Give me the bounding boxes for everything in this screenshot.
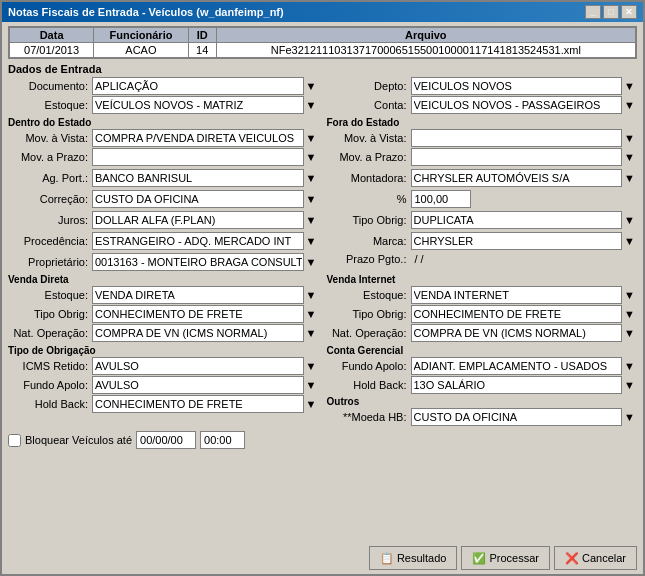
vd-nat-op-select[interactable]: COMPRA DE VN (ICMS NORMAL) xyxy=(92,324,319,342)
vd-estoque-wrapper: VENDA DIRETA ▼ xyxy=(92,286,319,304)
mov-vista-de-select[interactable]: COMPRA P/VENDA DIRETA VEICULOS xyxy=(92,129,319,147)
mov-vista-de-group: Mov. à Vista: COMPRA P/VENDA DIRETA VEIC… xyxy=(8,129,319,147)
cancelar-button[interactable]: ❌ Cancelar xyxy=(554,546,637,570)
mov-prazo-de-select[interactable]: COMPRA VEICULOS NOVOS - TAXIE xyxy=(92,148,319,166)
tipo-obrig-select[interactable]: DUPLICATA xyxy=(411,211,638,229)
vd-tipo-obrig-select[interactable]: CONHECIMENTO DE FRETE xyxy=(92,305,319,323)
col-arquivo: Arquivo xyxy=(216,28,635,43)
header-table: Data Funcionário ID Arquivo 07/01/2013 A… xyxy=(8,26,637,59)
moeda-hb-select[interactable]: CUSTO DA OFICINA xyxy=(411,408,638,426)
juros-label: Juros: xyxy=(8,214,88,226)
fundo-apolo-cg-wrapper: ADIANT. EMPLACAMENTO - USADOS ▼ xyxy=(411,357,638,375)
minimize-button[interactable]: _ xyxy=(585,5,601,19)
resultado-button[interactable]: 📋 Resultado xyxy=(369,546,458,570)
mov-prazo-fe-select[interactable] xyxy=(411,148,638,166)
ag-port-label: Ag. Port.: xyxy=(8,172,88,184)
hold-back-cg-wrapper: 13O SALÁRIO ▼ xyxy=(411,376,638,394)
tipo-obrig-group: Tipo Obrig: DUPLICATA ▼ xyxy=(327,211,638,229)
marca-select[interactable]: CHRYSLER xyxy=(411,232,638,250)
conta-gerencial-col: Conta Gerencial Fundo Apolo: ADIANT. EMP… xyxy=(327,345,638,427)
bloquear-checkbox[interactable] xyxy=(8,434,21,447)
col-id: ID xyxy=(188,28,216,43)
outros-title: Outros xyxy=(327,396,638,407)
mov-vista-de-label: Mov. à Vista: xyxy=(8,132,88,144)
vi-estoque-group: Estoque: VENDA INTERNET ▼ xyxy=(327,286,638,304)
mov-prazo-de-wrapper: COMPRA VEICULOS NOVOS - TAXIE ▼ xyxy=(92,148,319,166)
close-button[interactable]: ✕ xyxy=(621,5,637,19)
hold-back-select[interactable]: CONHECIMENTO DE FRETE xyxy=(92,395,319,413)
hold-back-cg-label: Hold Back: xyxy=(327,379,407,391)
proprietario-select[interactable]: 0013163 - MONTEIRO BRAGA CONSULTORIA EMP… xyxy=(92,253,319,271)
percent-col: % xyxy=(327,190,638,209)
mov-vista-fe-group: Mov. à Vista: ▼ xyxy=(327,129,638,147)
correcao-label: Correção: xyxy=(8,193,88,205)
prazo-col: Prazo Pgto.: / / xyxy=(327,253,638,272)
fundo-apolo-cg-select[interactable]: ADIANT. EMPLACAMENTO - USADOS xyxy=(411,357,638,375)
proprietario-col: Proprietário: 0013163 - MONTEIRO BRAGA C… xyxy=(8,253,319,272)
mov-prazo-fe-label: Mov. a Prazo: xyxy=(327,151,407,163)
col-funcionario: Funcionário xyxy=(94,28,189,43)
marca-col: Marca: CHRYSLER ▼ xyxy=(327,232,638,251)
conta-select[interactable]: VEICULOS NOVOS - PASSAGEIROS xyxy=(411,96,638,114)
mov-vista-fe-select[interactable] xyxy=(411,129,638,147)
ag-port-select[interactable]: BANCO BANRISUL xyxy=(92,169,319,187)
vi-nat-op-wrapper: COMPRA DE VN (ICMS NORMAL) ▼ xyxy=(411,324,638,342)
cell-arquivo: NFe3212111031371700065155001000011714181… xyxy=(216,43,635,58)
bloquear-time-input[interactable] xyxy=(200,431,245,449)
juros-select[interactable]: DOLLAR ALFA (F.PLAN) xyxy=(92,211,319,229)
vi-tipo-obrig-label: Tipo Obrig: xyxy=(327,308,407,320)
venda-direta-col: Venda Direta Estoque: VENDA DIRETA ▼ Tip… xyxy=(8,274,319,343)
processar-label: Processar xyxy=(489,552,539,564)
maximize-button[interactable]: □ xyxy=(603,5,619,19)
correcao-select[interactable]: CUSTO DA OFICINA xyxy=(92,190,319,208)
documento-group: Documento: APLICAÇÃO ▼ xyxy=(8,77,319,95)
mov-prazo-de-label: Mov. a Prazo: xyxy=(8,151,88,163)
vd-tipo-obrig-group: Tipo Obrig: CONHECIMENTO DE FRETE ▼ xyxy=(8,305,319,323)
resultado-label: Resultado xyxy=(397,552,447,564)
hold-back-cg-select[interactable]: 13O SALÁRIO xyxy=(411,376,638,394)
fundo-apolo-select[interactable]: AVULSO xyxy=(92,376,319,394)
montadora-select[interactable]: CHRYSLER AUTOMÓVEIS S/A xyxy=(411,169,638,187)
venda-internet-col: Venda Internet Estoque: VENDA INTERNET ▼… xyxy=(327,274,638,343)
fora-estado-title: Fora do Estado xyxy=(327,117,638,128)
vi-estoque-wrapper: VENDA INTERNET ▼ xyxy=(411,286,638,304)
proprietario-wrapper: 0013163 - MONTEIRO BRAGA CONSULTORIA EMP… xyxy=(92,253,319,271)
icms-retido-label: ICMS Retido: xyxy=(8,360,88,372)
processar-button[interactable]: ✅ Processar xyxy=(461,546,550,570)
moeda-hb-label: **Moeda HB: xyxy=(327,411,407,423)
icms-retido-select[interactable]: AVULSO xyxy=(92,357,319,375)
documento-select[interactable]: APLICAÇÃO xyxy=(92,77,319,95)
vi-tipo-obrig-group: Tipo Obrig: CONHECIMENTO DE FRETE ▼ xyxy=(327,305,638,323)
bloquear-group: Bloquear Veículos até xyxy=(8,431,637,449)
vi-nat-op-select[interactable]: COMPRA DE VN (ICMS NORMAL) xyxy=(411,324,638,342)
vi-estoque-select[interactable]: VENDA INTERNET xyxy=(411,286,638,304)
window-controls: _ □ ✕ xyxy=(585,5,637,19)
fundo-apolo-cg-label: Fundo Apolo: xyxy=(327,360,407,372)
prazo-pgto-label: Prazo Pgto.: xyxy=(327,253,407,265)
vd-nat-op-label: Nat. Operação: xyxy=(8,327,88,339)
ag-col: Ag. Port.: BANCO BANRISUL ▼ xyxy=(8,169,319,188)
percent-group: % xyxy=(327,190,638,208)
cancelar-label: Cancelar xyxy=(582,552,626,564)
bloquear-date-input[interactable] xyxy=(136,431,196,449)
juros-wrapper: DOLLAR ALFA (F.PLAN) ▼ xyxy=(92,211,319,229)
montadora-wrapper: CHRYSLER AUTOMÓVEIS S/A ▼ xyxy=(411,169,638,187)
procedencia-select[interactable]: ESTRANGEIRO - ADQ. MERCADO INT xyxy=(92,232,319,250)
conta-group: Conta: VEICULOS NOVOS - PASSAGEIROS ▼ xyxy=(327,96,638,114)
main-content: Data Funcionário ID Arquivo 07/01/2013 A… xyxy=(2,22,643,542)
proprietario-group: Proprietário: 0013163 - MONTEIRO BRAGA C… xyxy=(8,253,319,271)
tipo-obrig-wrapper: DUPLICATA ▼ xyxy=(411,211,638,229)
estoque-select[interactable]: VEÍCULOS NOVOS - MATRIZ xyxy=(92,96,319,114)
mov-vista-de-wrapper: COMPRA P/VENDA DIRETA VEICULOS ▼ xyxy=(92,129,319,147)
percent-input[interactable] xyxy=(411,190,471,208)
fundo-apolo-label: Fundo Apolo: xyxy=(8,379,88,391)
marca-wrapper: CHRYSLER ▼ xyxy=(411,232,638,250)
cell-data: 07/01/2013 xyxy=(10,43,94,58)
venda-direta-title: Venda Direta xyxy=(8,274,319,285)
vi-tipo-obrig-select[interactable]: CONHECIMENTO DE FRETE xyxy=(411,305,638,323)
mov-prazo-fe-group: Mov. a Prazo: ▼ xyxy=(327,148,638,166)
hold-back-group: Hold Back: CONHECIMENTO DE FRETE ▼ xyxy=(8,395,319,413)
vd-estoque-select[interactable]: VENDA DIRETA xyxy=(92,286,319,304)
cancelar-icon: ❌ xyxy=(565,552,579,565)
depto-select[interactable]: VEICULOS NOVOS xyxy=(411,77,638,95)
